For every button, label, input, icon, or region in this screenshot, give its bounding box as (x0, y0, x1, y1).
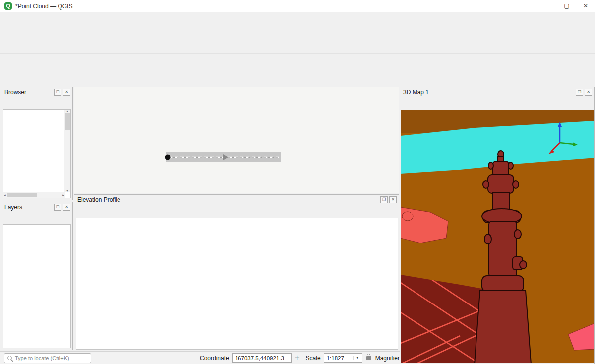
close-button[interactable]: ✕ (576, 0, 595, 12)
scale-label: Scale (306, 355, 321, 362)
3d-map-view[interactable] (401, 110, 594, 363)
profile-float-button[interactable]: ❐ (380, 196, 388, 203)
elevation-profile-title: Elevation Profile (77, 196, 120, 203)
browser-float-button[interactable]: ❐ (54, 89, 61, 96)
layers-close-button[interactable]: ✕ (63, 204, 70, 211)
3d-map-close-button[interactable]: ✕ (585, 89, 592, 96)
maximize-button[interactable]: ▢ (557, 0, 576, 12)
qgis-logo-icon: Q (4, 2, 12, 10)
browser-panel: Browser ❐ ✕ ▲▼ ◄► (1, 87, 73, 200)
scale-combo[interactable]: 1:1827 ▼ (324, 353, 362, 363)
minimize-button[interactable]: — (538, 0, 557, 12)
menu-bar (0, 12, 595, 22)
scale-lock-icon[interactable] (366, 356, 371, 360)
layers-float-button[interactable]: ❐ (54, 204, 61, 211)
layers-panel-title: Layers (4, 204, 22, 211)
browser-vertical-scrollbar[interactable]: ▲▼ (64, 110, 70, 192)
3d-map-float-button[interactable]: ❐ (576, 89, 583, 96)
locator-search-input[interactable]: Type to locate (Ctrl+K) (4, 353, 91, 363)
toolbar-project (0, 22, 595, 37)
layers-panel: Layers ❐ ✕ (1, 202, 73, 350)
toolbar-layers-snapping (0, 37, 595, 54)
toolbar-digitizing (0, 54, 595, 69)
elevation-profile-panel: Elevation Profile ❐ ✕ (74, 194, 399, 350)
qgis-window: { "window": { "logo_glyph": "Q", "title"… (0, 0, 595, 364)
search-icon (7, 356, 12, 360)
scale-combo-arrow-icon: ▼ (353, 356, 359, 360)
profile-close-button[interactable]: ✕ (389, 196, 397, 203)
magnifier-label: Magnifier (375, 355, 400, 362)
coordinate-input[interactable]: 167037.5,440921.3 (232, 353, 292, 363)
3d-map-title: 3D Map 1 (403, 89, 429, 96)
profile-capture-line (165, 152, 281, 162)
profile-start-point (165, 155, 171, 160)
map-canvas[interactable] (74, 87, 399, 193)
3d-map-panel: 3D Map 1 ❐ ✕ (400, 87, 595, 364)
window-title: *Point Cloud — QGIS (15, 3, 72, 10)
browser-panel-title: Browser (4, 89, 26, 96)
toolbar-plugins (0, 69, 595, 84)
extents-toggle-icon[interactable]: ✛ (295, 354, 300, 362)
coordinate-label: Coordinate (200, 355, 229, 362)
browser-horizontal-scrollbar[interactable]: ◄► (3, 192, 65, 198)
browser-close-button[interactable]: ✕ (63, 89, 70, 96)
title-bar: Q *Point Cloud — QGIS — ▢ ✕ (0, 0, 595, 13)
status-bar: Type to locate (Ctrl+K) Coordinate 16703… (0, 351, 400, 364)
elevation-profile-chart[interactable] (76, 218, 398, 350)
